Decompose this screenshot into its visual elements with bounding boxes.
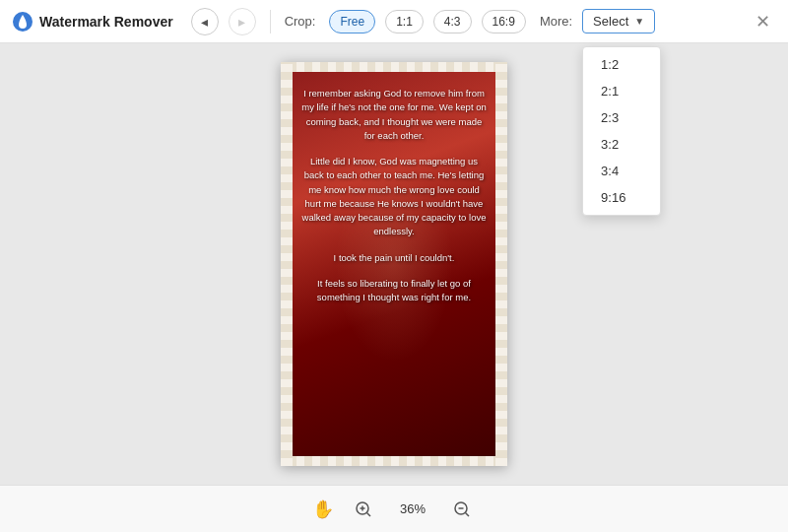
svg-line-7 (466, 512, 470, 516)
dropdown-item-2-3[interactable]: 2:3 (583, 104, 660, 131)
app-title: Watermark Remover (39, 14, 173, 30)
select-label: Select (593, 14, 628, 29)
dropdown-item-2-1[interactable]: 2:1 (583, 78, 660, 104)
main-canvas: I remember asking God to remove him from… (0, 43, 788, 485)
crop-1-1-button[interactable]: 1:1 (385, 10, 424, 33)
dropdown-item-9-16[interactable]: 9:16 (583, 184, 660, 211)
select-wrapper: Select ▼ 1:2 2:1 2:3 3:2 3:4 9:16 (582, 9, 655, 33)
dropdown-item-1-2[interactable]: 1:2 (583, 51, 660, 78)
dropdown-item-3-2[interactable]: 3:2 (583, 131, 660, 158)
forward-button[interactable]: ▸ (229, 8, 256, 35)
back-button[interactable]: ◂ (191, 8, 219, 35)
zoom-out-icon (453, 500, 471, 518)
crop-16-9-button[interactable]: 16:9 (482, 10, 526, 33)
footer: ✋ 36% (0, 485, 788, 532)
dropdown-menu: 1:2 2:1 2:3 3:2 3:4 9:16 (582, 46, 661, 216)
close-button[interactable]: ✕ (749, 8, 776, 35)
crop-label: Crop: (285, 14, 316, 29)
canvas-area: I remember asking God to remove him from… (0, 43, 788, 485)
crop-4-3-button[interactable]: 4:3 (433, 10, 472, 33)
select-button[interactable]: Select ▼ (582, 9, 655, 33)
hand-tool-icon[interactable]: ✋ (312, 499, 334, 520)
image-text-1: I remember asking God to remove him from… (300, 87, 488, 143)
zoom-out-button[interactable] (448, 496, 476, 523)
image-edge-top (281, 62, 507, 72)
svg-line-4 (367, 512, 371, 516)
image-edge-bottom (281, 456, 507, 466)
select-arrow-icon: ▼ (634, 16, 644, 27)
divider-1 (270, 10, 271, 33)
more-label: More: (540, 14, 572, 29)
app-icon (12, 11, 33, 33)
image-text-4: It feels so liberating to finally let go… (300, 277, 488, 305)
zoom-in-button[interactable] (350, 496, 377, 523)
header: Watermark Remover ◂ ▸ Crop: Free 1:1 4:3… (0, 0, 788, 43)
image-edge-right (495, 62, 507, 466)
dropdown-item-3-4[interactable]: 3:4 (583, 158, 660, 184)
crop-free-button[interactable]: Free (329, 10, 375, 33)
zoom-in-icon (355, 500, 372, 518)
image-text-3: I took the pain until I couldn't. (334, 251, 455, 265)
image-preview: I remember asking God to remove him from… (281, 62, 507, 466)
image-text-2: Little did I know, God was magnetting us… (300, 155, 488, 239)
image-edge-left (281, 62, 293, 466)
zoom-level: 36% (393, 501, 432, 516)
image-text-overlay: I remember asking God to remove him from… (293, 77, 495, 451)
app-logo: Watermark Remover (12, 11, 173, 33)
